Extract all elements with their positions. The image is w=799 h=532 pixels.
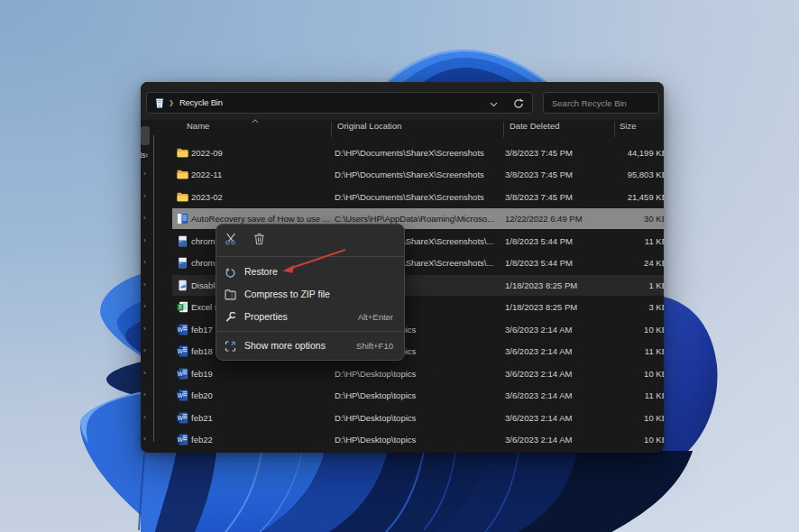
svg-text:W: W	[178, 414, 184, 420]
svg-text:W: W	[178, 370, 184, 376]
svg-text:W: W	[178, 348, 184, 354]
svg-text:W: W	[178, 392, 184, 399]
svg-text:W: W	[178, 326, 184, 332]
svg-text:W: W	[178, 436, 184, 443]
svg-text:X: X	[179, 304, 183, 310]
